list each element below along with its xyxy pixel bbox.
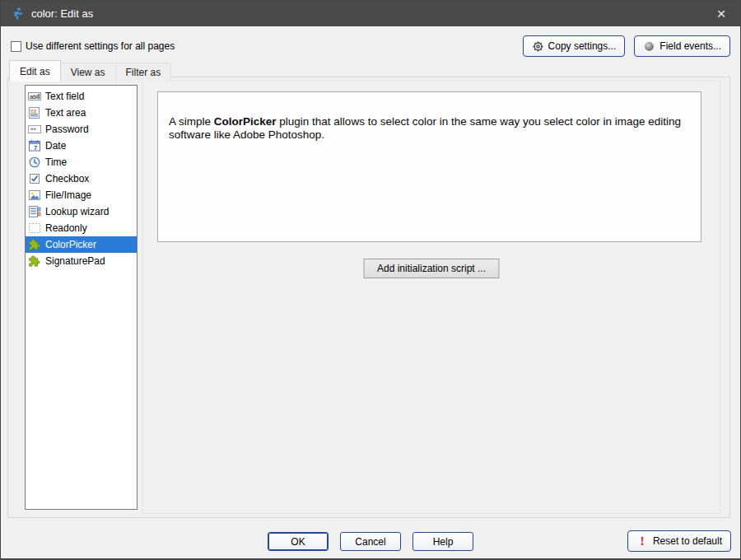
text-area-icon: ea — [28, 106, 41, 119]
reset-to-default-button[interactable]: Reset to default — [627, 530, 731, 552]
sidebar-item-label: File/Image — [45, 189, 91, 201]
plugin-description: A simple ColorPicker plugin that allows … — [157, 91, 701, 242]
field-events-label: Field events... — [659, 40, 721, 52]
plugin-icon — [28, 254, 41, 268]
sidebar-item-label: Lookup wizard — [45, 206, 109, 217]
reset-to-default-label: Reset to default — [653, 535, 722, 547]
sphere-icon — [643, 40, 655, 53]
sidebar-item-text-area[interactable]: ea Text area — [26, 105, 137, 121]
file-image-icon — [28, 189, 41, 202]
lookup-wizard-icon — [28, 205, 41, 218]
tab-view-as[interactable]: View as — [60, 63, 116, 82]
field-type-listbox[interactable]: abl Text field ea Text area ** Password … — [25, 85, 137, 510]
sidebar-item-label: Password — [45, 124, 89, 135]
window-title: color: Edit as — [31, 7, 93, 20]
tab-edit-as[interactable]: Edit as — [9, 60, 61, 82]
svg-text:ea: ea — [30, 108, 37, 114]
dialog-window: color: Edit as × Use different settings … — [0, 0, 741, 560]
runner-icon — [10, 7, 24, 21]
tab-panel: abl Text field ea Text area ** Password … — [7, 77, 730, 518]
header-row: Use different settings for all pages Cop… — [11, 35, 730, 58]
add-init-script-button[interactable]: Add initialization script ... — [364, 259, 500, 278]
sidebar-item-colorpicker[interactable]: ColorPicker — [26, 236, 137, 253]
sidebar-item-label: Readonly — [45, 222, 87, 234]
sidebar-item-date[interactable]: 7 Date — [26, 138, 137, 154]
svg-text:7: 7 — [34, 145, 37, 151]
sidebar-item-checkbox[interactable]: Checkbox — [26, 170, 137, 187]
plugin-icon — [28, 238, 41, 251]
readonly-icon — [28, 222, 41, 235]
checkbox-label: Use different settings for all pages — [26, 40, 175, 52]
detail-panel: A simple ColorPicker plugin that allows … — [142, 81, 720, 514]
sidebar-item-label: Date — [45, 140, 66, 152]
tab-filter-as[interactable]: Filter as — [115, 63, 172, 82]
time-icon — [28, 156, 41, 169]
titlebar: color: Edit as × — [1, 1, 740, 26]
header-buttons: Copy settings... Field events... — [523, 35, 730, 57]
password-icon: ** — [28, 123, 41, 136]
text-field-icon: abl — [28, 90, 41, 103]
sidebar-item-label: Text field — [45, 91, 84, 102]
checkbox-box[interactable] — [11, 41, 21, 52]
description-prefix: A simple — [169, 115, 214, 128]
sidebar-item-readonly[interactable]: Readonly — [26, 220, 137, 236]
checkbox-icon — [28, 172, 41, 185]
exclamation-icon — [636, 535, 649, 548]
close-icon[interactable]: × — [711, 3, 732, 25]
sidebar-item-label: Text area — [45, 107, 86, 119]
sidebar-item-password[interactable]: ** Password — [26, 121, 137, 138]
sidebar-item-lookup-wizard[interactable]: Lookup wizard — [26, 203, 137, 220]
field-events-button[interactable]: Field events... — [634, 35, 730, 57]
help-button[interactable]: Help — [412, 532, 473, 551]
sidebar-item-text-field[interactable]: abl Text field — [26, 88, 137, 105]
sidebar-item-label: ColorPicker — [45, 239, 96, 250]
description-plugin-name: ColorPicker — [214, 115, 277, 128]
date-icon: 7 — [28, 139, 41, 152]
use-different-settings-checkbox[interactable]: Use different settings for all pages — [11, 40, 175, 52]
sidebar-item-label: Time — [45, 156, 67, 168]
svg-text:**: ** — [30, 126, 37, 134]
sidebar-item-signaturepad[interactable]: SignaturePad — [26, 253, 137, 269]
cancel-button[interactable]: Cancel — [340, 532, 401, 551]
sidebar-item-label: SignaturePad — [45, 255, 105, 267]
tab-bar: Edit as View as Filter as — [9, 60, 170, 82]
sidebar-item-file-image[interactable]: File/Image — [26, 187, 137, 203]
svg-text:abl: abl — [30, 93, 38, 100]
sidebar-item-label: Checkbox — [45, 173, 89, 184]
gear-icon — [532, 40, 544, 53]
copy-settings-button[interactable]: Copy settings... — [523, 35, 626, 57]
sidebar-item-time[interactable]: Time — [26, 154, 137, 170]
copy-settings-label: Copy settings... — [548, 40, 617, 52]
ok-button[interactable]: OK — [268, 532, 329, 551]
